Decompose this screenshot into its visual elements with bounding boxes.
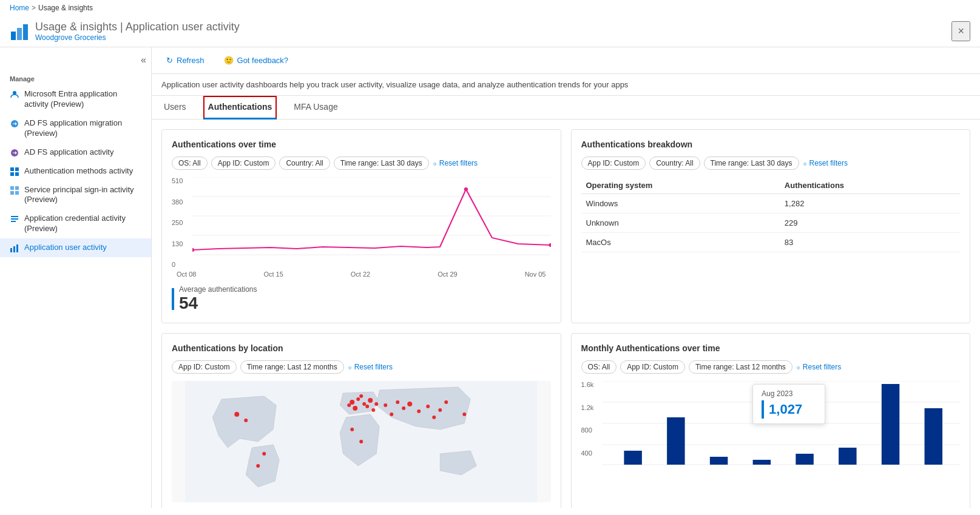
x-axis-labels: Oct 08 Oct 15 Oct 22 Oct 29 Nov 05	[172, 271, 551, 278]
svg-point-25	[192, 248, 194, 252]
table-row: Unknown 229	[581, 214, 961, 233]
location-filter-timerange[interactable]: Time range: Last 12 months	[240, 360, 344, 374]
person-icon	[10, 90, 19, 99]
svg-point-31	[350, 400, 354, 405]
monthly-auth-title: Monthly Authentications over time	[581, 343, 961, 353]
breakdown-filter-country[interactable]: Country: All	[649, 157, 700, 170]
header-title-group: Usage & insights | Application user acti…	[35, 21, 951, 42]
tooltip-month: Aug 2023	[762, 389, 816, 398]
app-credential-icon	[10, 214, 19, 224]
reset-icon: ⬦	[433, 159, 437, 167]
svg-point-37	[368, 398, 373, 403]
sidebar-item-app-credential[interactable]: Application credential activity (Preview…	[0, 209, 151, 238]
auth-by-location-card: Authentications by location App ID: Cust…	[161, 333, 561, 508]
monthly-filter-os[interactable]: OS: All	[581, 360, 617, 374]
svg-rect-2	[23, 24, 28, 40]
sidebar-item-entra-activity[interactable]: Microsoft Entra application activity (Pr…	[0, 85, 151, 114]
svg-point-38	[371, 408, 375, 412]
breakdown-filter-appid[interactable]: App ID: Custom	[581, 157, 646, 170]
svg-rect-18	[13, 246, 15, 252]
sidebar-item-service-principal[interactable]: Service principal sign-in activity (Prev…	[0, 181, 151, 210]
feedback-label: Got feedback?	[237, 56, 289, 65]
reset-filters-monthly[interactable]: ⬦ Reset filters	[796, 360, 841, 374]
svg-rect-7	[15, 167, 19, 171]
svg-point-52	[262, 452, 266, 456]
svg-point-27	[549, 243, 550, 247]
content-grid: Authentications over time OS: All App ID…	[152, 119, 980, 508]
tab-authentications[interactable]: Authentications	[203, 96, 277, 119]
sidebar-item-service-principal-label: Service principal sign-in activity (Prev…	[24, 185, 141, 206]
reset-location-icon: ⬦	[348, 363, 352, 371]
sidebar: « Manage Microsoft Entra application act…	[0, 47, 152, 508]
tab-mfa[interactable]: MFA Usage	[291, 96, 340, 119]
monthly-filter-appid[interactable]: App ID: Custom	[620, 360, 685, 374]
svg-rect-11	[15, 186, 19, 190]
filter-os-all[interactable]: OS: All	[172, 157, 208, 170]
sidebar-section-title: Manage	[0, 70, 151, 85]
col-auth: Authentications	[780, 177, 960, 194]
reset-filters-auth[interactable]: ⬦ Reset filters	[433, 157, 478, 170]
svg-point-32	[356, 397, 360, 401]
sidebar-item-adfs-activity[interactable]: AD FS application activity	[0, 143, 151, 162]
close-button[interactable]: ×	[951, 21, 970, 41]
location-filter-appid[interactable]: App ID: Custom	[172, 360, 237, 374]
refresh-label: Refresh	[177, 56, 204, 65]
reset-filters-location[interactable]: ⬦ Reset filters	[348, 360, 393, 374]
feedback-button[interactable]: 🙂 Got feedback?	[219, 53, 294, 67]
svg-point-46	[426, 405, 430, 408]
tab-users[interactable]: Users	[161, 96, 189, 119]
bar-chart-wrapper: 1.6k 1.2k 800 400	[581, 381, 961, 484]
monthly-filters: OS: All App ID: Custom Time range: Last …	[581, 360, 961, 374]
svg-point-48	[444, 400, 448, 404]
svg-point-40	[347, 403, 351, 407]
app-logo	[10, 22, 29, 41]
filter-appid-custom[interactable]: App ID: Custom	[211, 157, 276, 170]
svg-rect-19	[16, 244, 18, 252]
auth-breakdown-card: Authentications breakdown App ID: Custom…	[571, 129, 971, 323]
app-user-activity-icon	[10, 243, 19, 253]
refresh-button[interactable]: ↻ Refresh	[161, 53, 209, 67]
sidebar-item-auth-methods[interactable]: Authentication methods activity	[0, 162, 151, 181]
svg-rect-67	[881, 384, 899, 465]
breadcrumb-separator: >	[32, 4, 36, 12]
svg-point-30	[244, 419, 248, 422]
world-map	[172, 381, 551, 502]
monthly-filter-timerange[interactable]: Time range: Last 12 months	[689, 360, 792, 374]
svg-point-50	[432, 416, 436, 419]
sidebar-item-app-user-activity[interactable]: Application user activity	[0, 238, 151, 257]
svg-rect-61	[624, 451, 641, 465]
svg-point-26	[464, 187, 468, 191]
page-header: Usage & insights | Application user acti…	[0, 16, 980, 47]
bar-chart-area: Aug 2023 1,027	[603, 381, 961, 484]
auth-by-location-title: Authentications by location	[172, 343, 551, 353]
reset-filters-breakdown[interactable]: ⬦ Reset filters	[803, 157, 848, 170]
service-principal-icon	[10, 186, 19, 195]
org-name: Woodgrove Groceries	[35, 33, 951, 42]
sidebar-item-adfs-migration[interactable]: AD FS application migration (Preview)	[0, 114, 151, 143]
location-filters: App ID: Custom Time range: Last 12 month…	[172, 360, 551, 374]
svg-point-51	[462, 412, 466, 416]
auth-breakdown-title: Authentications breakdown	[581, 140, 961, 149]
chart-wrapper: 510 380 250 130 0	[172, 177, 551, 268]
filter-timerange-30d[interactable]: Time range: Last 30 days	[334, 157, 429, 170]
svg-point-43	[402, 406, 405, 410]
svg-rect-8	[10, 172, 14, 176]
svg-rect-6	[10, 167, 14, 171]
adfs-migration-icon	[10, 119, 19, 129]
breakdown-filter-timerange[interactable]: Time range: Last 30 days	[704, 157, 799, 170]
svg-point-47	[438, 408, 442, 412]
reset-breakdown-icon: ⬦	[803, 159, 807, 167]
os-count: 229	[780, 214, 960, 233]
line-chart-area	[192, 177, 551, 268]
auth-over-time-title: Authentications over time	[172, 140, 551, 149]
adfs-activity-icon	[10, 148, 19, 158]
table-row: MacOs 83	[581, 233, 961, 252]
page-title: Usage & insights | Application user acti…	[35, 21, 951, 33]
svg-point-53	[256, 464, 260, 468]
breadcrumb-home[interactable]: Home	[10, 4, 29, 12]
filter-country-all[interactable]: Country: All	[279, 157, 329, 170]
svg-point-3	[13, 91, 16, 95]
svg-point-34	[353, 406, 357, 411]
sidebar-collapse-button[interactable]: «	[0, 55, 151, 70]
breadcrumb-current: Usage & insights	[38, 4, 93, 12]
